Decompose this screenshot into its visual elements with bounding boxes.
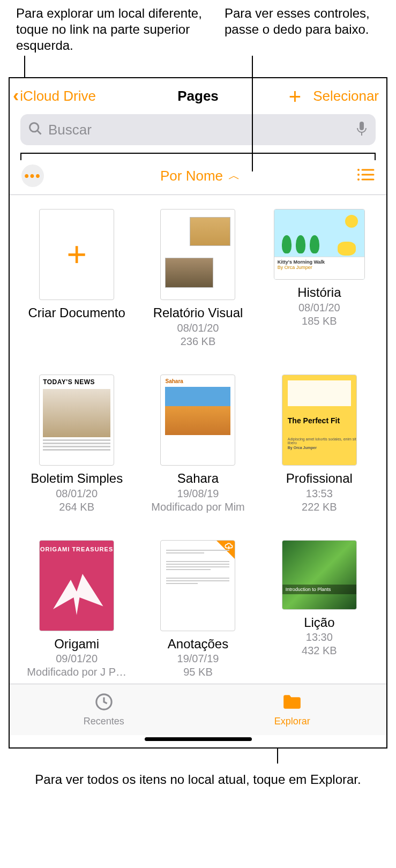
search-icon [28,121,43,138]
document-meta: 432 KB [302,645,337,657]
document-meta: 264 KB [59,501,94,513]
fit-thumb-sub: Adipiscing amet lobortis sodales, enim s… [288,437,356,445]
document-grid: + Criar Documento Relatório Visual 08/01… [10,195,386,684]
callout-top-left: Para explorar um local diferente, toque … [16,5,203,54]
document-title: Anotações [168,637,228,652]
page-title: Pages [177,88,219,104]
svg-point-8 [357,178,360,181]
document-cell[interactable]: ORIGAMI TREASURES Origami 09/01/20 Modif… [16,540,137,679]
tab-recents-label: Recentes [84,716,124,727]
svg-marker-10 [53,574,103,615]
document-cell[interactable]: Relatório Visual 08/01/20 236 KB [137,209,258,348]
create-document-cell[interactable]: + Criar Documento [16,209,137,348]
document-title: Profissional [286,471,353,487]
sort-button[interactable]: Por Nome ︿ [160,168,240,184]
search-placeholder: Buscar [48,122,350,138]
document-cell[interactable]: Kitty's Morning Walk By Orca Jumper Hist… [259,209,380,348]
callout-bracket [20,149,376,161]
plant-thumb-title: Introduction to Plants [282,585,356,594]
document-date: 19/07/19 [177,653,219,665]
fit-thumb-author: By Orca Jumper [288,446,356,450]
document-thumb [160,209,235,300]
select-button[interactable]: Selecionar [313,88,379,104]
sahara-thumb-label: Sahara [165,378,183,384]
document-title: História [297,285,341,301]
tab-bar: Recentes Explorar [10,684,386,735]
document-thumb: Introduction to Plants [282,540,357,610]
document-cell[interactable]: Sahara Sahara 19/08/19 Modificado por Mi… [137,375,258,513]
svg-rect-2 [360,122,364,130]
document-date: 13:53 [306,488,333,500]
callout-bottom: Para ver todos os itens no local atual, … [0,764,396,798]
document-date: 08/01/20 [177,322,219,334]
callout-line-bottom [277,749,278,764]
tab-recents[interactable]: Recentes [10,684,198,735]
device-frame: ‹ iCloud Drive Pages + Selecionar Buscar… [9,77,387,749]
origami-thumb-title: ORIGAMI TREASURES [40,546,114,552]
folder-icon [282,693,302,714]
sort-label: Por Nome [160,168,223,184]
document-thumb: The Perfect Fit Adipiscing amet lobortis… [282,375,357,466]
document-cell[interactable]: The Perfect Fit Adipiscing amet lobortis… [259,375,380,513]
tab-browse[interactable]: Explorar [198,684,387,735]
tab-browse-label: Explorar [274,716,310,727]
document-title: Boletim Simples [31,471,123,487]
svg-point-4 [357,169,360,171]
document-cell[interactable]: TODAY'S NEWS Boletim Simples 08/01/20 26… [16,375,137,513]
create-document-label: Criar Documento [28,305,125,321]
callout-lines-top [0,56,396,77]
plus-icon: + [66,235,86,274]
svg-point-6 [357,174,360,176]
document-meta: 95 KB [183,666,212,678]
document-date: 19/08/19 [177,488,219,500]
document-date: 09/01/20 [56,653,98,665]
back-label: iCloud Drive [20,88,96,104]
svg-line-1 [38,131,41,134]
svg-point-0 [30,123,39,132]
document-cell[interactable]: Introduction to Plants Lição 13:30 432 K… [259,540,380,679]
fit-thumb-title: The Perfect Fit [288,417,340,425]
control-row: ••• Por Nome ︿ [10,161,386,194]
create-document-thumb: + [39,209,114,300]
document-title: Lição [304,615,334,631]
document-thumb: ORIGAMI TREASURES [39,540,114,631]
callout-row-top: Para explorar um local diferente, toque … [0,0,396,56]
document-thumb: TODAY'S NEWS [39,375,114,466]
document-title: Origami [54,637,99,652]
chevron-up-icon: ︿ [228,168,240,184]
document-cell[interactable]: Anotações 19/07/19 95 KB [137,540,258,679]
callout-top-right: Para ver esses controles, passe o dedo p… [225,5,380,54]
chevron-left-icon: ‹ [13,91,19,100]
document-title: Relatório Visual [153,305,243,321]
back-button[interactable]: ‹ iCloud Drive [13,88,96,104]
document-date: 13:30 [306,631,333,643]
search-bar[interactable]: Buscar [20,114,376,145]
document-thumb [160,540,235,631]
mic-icon[interactable] [355,121,368,139]
clock-icon [94,693,114,714]
document-meta: 222 KB [302,501,337,513]
document-date: 08/01/20 [56,488,98,500]
document-thumb: Kitty's Morning Walk By Orca Jumper [274,209,365,280]
document-meta: 236 KB [181,335,216,348]
document-thumb: Sahara [160,375,235,466]
more-button[interactable]: ••• [21,164,44,187]
document-meta: Modificado por Mim [151,501,245,513]
home-indicator [145,737,252,741]
document-meta: Modificado por J P… [27,666,126,678]
view-toggle-button[interactable] [356,168,375,184]
document-date: 08/01/20 [298,302,340,314]
news-thumb-headline: TODAY'S NEWS [40,375,114,387]
story-thumb-title: Kitty's Morning Walk [278,259,361,265]
document-meta: 185 KB [302,315,337,327]
add-icon[interactable]: + [289,91,301,102]
story-thumb-author: By Orca Jumper [278,265,361,270]
navigation-bar: ‹ iCloud Drive Pages + Selecionar [10,78,386,110]
ellipsis-icon: ••• [24,168,41,183]
document-title: Sahara [177,471,219,487]
top-right-controls: + Selecionar [289,88,379,104]
